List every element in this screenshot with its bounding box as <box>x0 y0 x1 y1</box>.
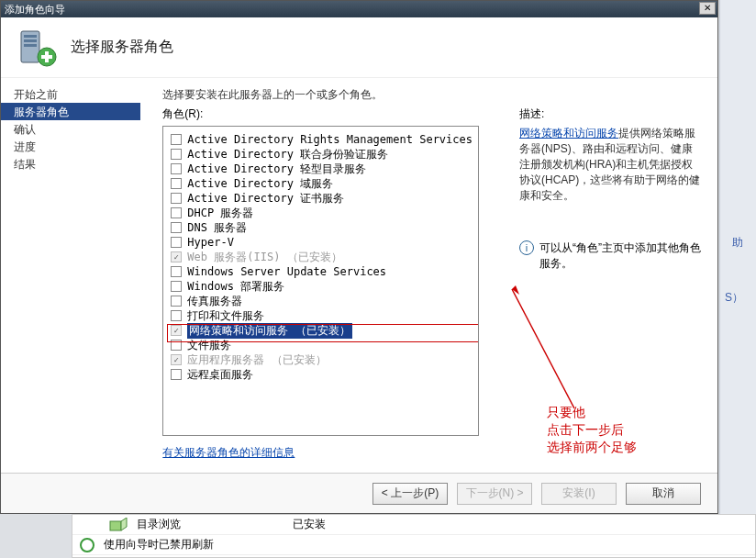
role-checkbox[interactable] <box>171 149 182 160</box>
install-button[interactable]: 安装(I) <box>541 483 617 505</box>
annotation-red-box <box>167 324 479 342</box>
svg-rect-1 <box>24 35 37 38</box>
role-row[interactable]: Active Directory 联合身份验证服务 <box>169 147 472 162</box>
role-label: DHCP 服务器 <box>187 206 253 221</box>
role-label: Web 服务器(IIS) （已安装） <box>187 250 341 265</box>
instruction-text: 选择要安装在此服务器上的一个或多个角色。 <box>162 87 703 103</box>
role-row[interactable]: Hyper-V <box>169 235 472 250</box>
role-label: Active Directory 联合身份验证服务 <box>187 147 388 162</box>
titlebar: 添加角色向导 ✕ <box>1 1 717 17</box>
role-checkbox[interactable] <box>171 281 182 292</box>
close-button[interactable]: ✕ <box>699 2 716 15</box>
role-checkbox[interactable] <box>171 296 182 307</box>
info-icon: i <box>519 240 534 255</box>
role-row[interactable]: Windows 部署服务 <box>169 279 472 294</box>
role-checkbox[interactable] <box>171 369 182 380</box>
roles-listbox[interactable]: Active Directory Rights Management Servi… <box>162 126 479 436</box>
role-checkbox[interactable] <box>171 163 182 174</box>
role-row[interactable]: Active Directory 证书服务 <box>169 191 472 206</box>
role-checkbox[interactable] <box>171 207 182 218</box>
background-panel: 目录浏览 已安装 使用向导时已禁用刷新 <box>72 514 756 558</box>
refresh-icon <box>80 538 94 552</box>
role-row[interactable]: DNS 服务器 <box>169 220 472 235</box>
role-row[interactable]: Active Directory 域服务 <box>169 176 472 191</box>
role-checkbox <box>171 251 182 262</box>
nav-item[interactable]: 开始之前 <box>1 85 140 103</box>
wizard-icon <box>16 26 60 70</box>
description-text: 网络策略和访问服务提供网络策略服务器(NPS)、路由和远程访问、健康注册颁发机构… <box>519 126 703 204</box>
next-button[interactable]: 下一步(N) > <box>457 483 532 505</box>
service-status: 已安装 <box>293 517 326 532</box>
background-help-fragment: 助 <box>732 235 743 251</box>
role-row[interactable]: 传真服务器 <box>169 294 472 308</box>
svg-rect-2 <box>24 39 37 42</box>
role-label: Active Directory 域服务 <box>187 176 333 192</box>
nav-item[interactable]: 结果 <box>1 155 140 173</box>
hint-text: 可以从“角色”主页中添加其他角色服务。 <box>539 240 703 272</box>
svg-rect-6 <box>41 55 52 59</box>
nav-item[interactable]: 确认 <box>1 120 140 138</box>
role-label: 打印和文件服务 <box>187 308 264 324</box>
window-title: 添加角色向导 <box>5 3 65 17</box>
nav-item[interactable]: 进度 <box>1 138 140 155</box>
role-label: Hyper-V <box>187 236 234 249</box>
description-link[interactable]: 网络策略和访问服务 <box>519 127 618 140</box>
role-checkbox[interactable] <box>171 222 182 233</box>
more-info-link[interactable]: 有关服务器角色的详细信息 <box>162 445 479 461</box>
role-checkbox[interactable] <box>171 178 182 189</box>
role-row[interactable]: Web 服务器(IIS) （已安装） <box>169 250 472 264</box>
role-checkbox[interactable] <box>171 266 182 277</box>
prev-button[interactable]: < 上一步(P) <box>372 483 448 505</box>
add-role-wizard-dialog: 添加角色向导 ✕ 选择服务器角色 开始之前服务器角色确认进度结果 选择要安装在此… <box>0 0 718 514</box>
annotation-text: 只要他 点击下一步后 选择前两个足够 <box>547 404 637 456</box>
wizard-nav: 开始之前服务器角色确认进度结果 <box>1 78 140 473</box>
role-label: Active Directory 轻型目录服务 <box>187 162 366 177</box>
role-label: Active Directory Rights Management Servi… <box>187 133 472 146</box>
dialog-header: 选择服务器角色 <box>1 17 717 78</box>
role-checkbox <box>171 354 182 365</box>
role-checkbox[interactable] <box>171 237 182 248</box>
role-row[interactable]: Active Directory 轻型目录服务 <box>169 162 472 176</box>
svg-marker-10 <box>121 518 127 530</box>
refresh-disabled-text: 使用向导时已禁用刷新 <box>104 537 214 552</box>
role-label: Active Directory 证书服务 <box>187 191 344 206</box>
role-checkbox[interactable] <box>171 134 182 145</box>
svg-rect-9 <box>110 521 121 530</box>
role-label: 传真服务器 <box>187 294 242 309</box>
role-row[interactable]: Active Directory Rights Management Servi… <box>169 132 472 147</box>
service-name: 目录浏览 <box>137 517 284 532</box>
role-label: 应用程序服务器 （已安装） <box>187 352 326 368</box>
role-row[interactable]: 打印和文件服务 <box>169 308 472 323</box>
description-label: 描述: <box>519 106 703 122</box>
role-row[interactable]: 远程桌面服务 <box>169 367 472 382</box>
wizard-footer: < 上一步(P) 下一步(N) > 安装(I) 取消 <box>1 473 717 513</box>
role-row[interactable]: Windows Server Update Services <box>169 264 472 279</box>
role-checkbox[interactable] <box>171 193 182 204</box>
content-area: 选择要安装在此服务器上的一个或多个角色。 角色(R): Active Direc… <box>140 78 717 473</box>
cancel-button[interactable]: 取消 <box>626 483 701 505</box>
role-label: 远程桌面服务 <box>187 367 253 383</box>
nav-item[interactable]: 服务器角色 <box>1 103 140 120</box>
service-icon <box>109 518 128 532</box>
background-s-fragment: S） <box>725 290 743 306</box>
role-label: Windows Server Update Services <box>187 265 386 278</box>
roles-label: 角色(R): <box>162 106 479 122</box>
svg-rect-3 <box>24 44 37 47</box>
role-label: DNS 服务器 <box>187 220 247 236</box>
role-row[interactable]: DHCP 服务器 <box>169 206 472 220</box>
page-title: 选择服务器角色 <box>71 38 173 57</box>
role-row[interactable]: 应用程序服务器 （已安装） <box>169 352 472 367</box>
role-label: Windows 部署服务 <box>187 279 284 295</box>
role-checkbox[interactable] <box>171 310 182 321</box>
